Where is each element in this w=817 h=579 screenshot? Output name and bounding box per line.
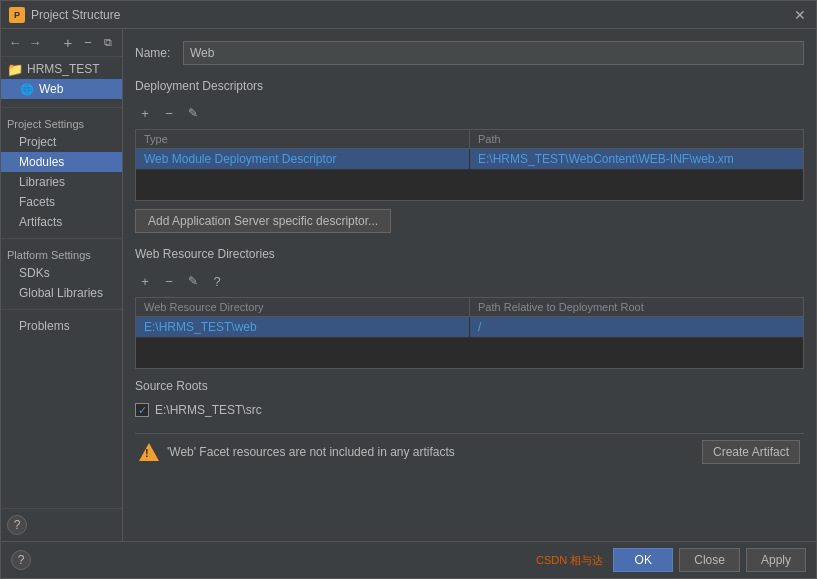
sidebar-item-modules-label: Modules	[19, 155, 64, 169]
resource-table: Web Resource Directory Path Relative to …	[135, 297, 804, 369]
web-resource-section: Web Resource Directories + − ✎ ? Web Res…	[135, 247, 804, 369]
resource-table-header: Web Resource Directory Path Relative to …	[136, 298, 803, 317]
sidebar-item-project[interactable]: Project	[1, 132, 122, 152]
apply-button[interactable]: Apply	[746, 548, 806, 572]
web-module-icon: 🌐	[19, 81, 35, 97]
nav-forward-button[interactable]: →	[27, 35, 43, 51]
resource-help-button[interactable]: ?	[207, 271, 227, 291]
deployment-col-type: Type	[136, 130, 470, 148]
deployment-path-cell: E:\HRMS_TEST\WebContent\WEB-INF\web.xm	[470, 149, 803, 169]
deployment-table: Type Path Web Module Deployment Descript…	[135, 129, 804, 201]
app-icon: P	[9, 7, 25, 23]
source-roots-title: Source Roots	[135, 379, 804, 393]
name-input[interactable]	[183, 41, 804, 65]
add-server-descriptor-button[interactable]: Add Application Server specific descript…	[135, 209, 391, 233]
folder-icon: 📁	[7, 61, 23, 77]
title-bar-text: Project Structure	[31, 8, 792, 22]
deployment-descriptors-title: Deployment Descriptors	[135, 79, 804, 93]
resource-remove-button[interactable]: −	[159, 271, 179, 291]
nav-back-button[interactable]: ←	[7, 35, 23, 51]
check-icon: ✓	[138, 404, 147, 417]
sidebar-item-project-label: Project	[19, 135, 56, 149]
tree-item-web[interactable]: 🌐 Web	[1, 79, 122, 99]
sidebar-item-problems-label: Problems	[19, 319, 70, 333]
sidebar-item-artifacts[interactable]: Artifacts	[1, 212, 122, 232]
source-root-path: E:\HRMS_TEST\src	[155, 403, 262, 417]
source-roots-section: Source Roots ✓ E:\HRMS_TEST\src	[135, 379, 804, 419]
project-settings-header: Project Settings	[1, 114, 122, 132]
sidebar: ← → + − ⧉ 📁 HRMS_TEST 🌐	[1, 29, 123, 541]
resource-add-button[interactable]: +	[135, 271, 155, 291]
deployment-add-button[interactable]: +	[135, 103, 155, 123]
resource-toolbar: + − ✎ ?	[135, 269, 804, 293]
resource-edit-button[interactable]: ✎	[183, 271, 203, 291]
sidebar-item-facets-label: Facets	[19, 195, 55, 209]
close-button[interactable]: ✕	[792, 7, 808, 23]
title-bar: P Project Structure ✕	[1, 1, 816, 29]
tree-item-web-label: Web	[39, 82, 63, 96]
tree-item-hrms-test-label: HRMS_TEST	[27, 62, 100, 76]
copy-module-button[interactable]: ⧉	[100, 35, 116, 51]
source-root-checkbox[interactable]: ✓	[135, 403, 149, 417]
warning-text: 'Web' Facet resources are not included i…	[167, 445, 694, 459]
deployment-col-path: Path	[470, 130, 803, 148]
sidebar-item-libraries-label: Libraries	[19, 175, 65, 189]
sidebar-item-facets[interactable]: Facets	[1, 192, 122, 212]
sidebar-help-button[interactable]: ?	[7, 515, 27, 535]
warning-icon	[139, 443, 159, 461]
resource-col-path: Path Relative to Deployment Root	[470, 298, 803, 316]
deployment-table-row[interactable]: Web Module Deployment Descriptor E:\HRMS…	[136, 149, 803, 170]
sidebar-item-sdks[interactable]: SDKs	[1, 263, 122, 283]
deployment-type-cell: Web Module Deployment Descriptor	[136, 149, 470, 169]
remove-module-button[interactable]: −	[80, 35, 96, 51]
resource-path-cell: /	[470, 317, 803, 337]
sidebar-item-global-libs-label: Global Libraries	[19, 286, 103, 300]
help-button[interactable]: ?	[11, 550, 31, 570]
sidebar-item-libraries[interactable]: Libraries	[1, 172, 122, 192]
ok-button[interactable]: OK	[613, 548, 673, 572]
warning-row: 'Web' Facet resources are not included i…	[135, 433, 804, 470]
module-tree: 📁 HRMS_TEST 🌐 Web	[1, 57, 122, 101]
resource-table-row[interactable]: E:\HRMS_TEST\web /	[136, 317, 803, 338]
tree-item-hrms-test[interactable]: 📁 HRMS_TEST	[1, 59, 122, 79]
deployment-remove-button[interactable]: −	[159, 103, 179, 123]
resource-dir-cell: E:\HRMS_TEST\web	[136, 317, 470, 337]
sidebar-item-artifacts-label: Artifacts	[19, 215, 62, 229]
close-button-bottom[interactable]: Close	[679, 548, 740, 572]
sidebar-item-sdks-label: SDKs	[19, 266, 50, 280]
watermark-text: CSDN 相与达	[536, 553, 603, 568]
name-label: Name:	[135, 46, 175, 60]
add-module-button[interactable]: +	[60, 35, 76, 51]
name-row: Name:	[135, 41, 804, 65]
sidebar-toolbar: ← → + − ⧉	[1, 29, 122, 57]
project-structure-dialog: P Project Structure ✕ ← → + − ⧉ 📁	[0, 0, 817, 579]
deployment-edit-button[interactable]: ✎	[183, 103, 203, 123]
platform-settings-header: Platform Settings	[1, 245, 122, 263]
deployment-table-header: Type Path	[136, 130, 803, 149]
sidebar-bottom: ?	[1, 508, 122, 541]
deployment-descriptors-section: Deployment Descriptors + − ✎ Type Path W…	[135, 79, 804, 237]
sidebar-item-problems[interactable]: Problems	[1, 316, 122, 336]
source-root-row: ✓ E:\HRMS_TEST\src	[135, 401, 804, 419]
bottom-bar: ? CSDN 相与达 OK Close Apply	[1, 541, 816, 578]
bottom-left: ?	[11, 550, 31, 570]
sidebar-item-global-libs[interactable]: Global Libraries	[1, 283, 122, 303]
deployment-toolbar: + − ✎	[135, 101, 804, 125]
resource-col-dir: Web Resource Directory	[136, 298, 470, 316]
sidebar-item-modules[interactable]: Modules	[1, 152, 122, 172]
web-resource-title: Web Resource Directories	[135, 247, 804, 261]
main-panel: Name: Deployment Descriptors + − ✎ Type …	[123, 29, 816, 541]
window-body: ← → + − ⧉ 📁 HRMS_TEST 🌐	[1, 29, 816, 541]
create-artifact-button[interactable]: Create Artifact	[702, 440, 800, 464]
